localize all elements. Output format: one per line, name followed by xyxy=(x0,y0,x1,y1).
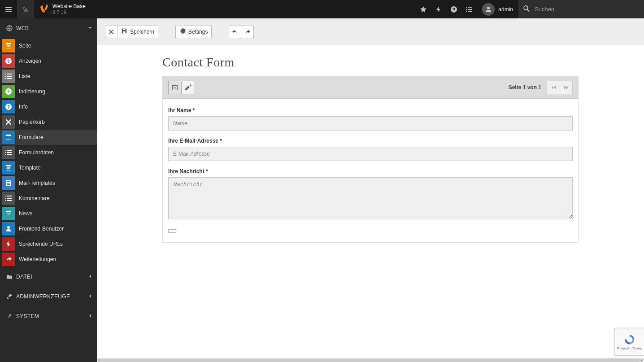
sidebar-item-news[interactable]: News xyxy=(0,206,97,221)
globe-icon xyxy=(6,25,16,31)
page-icon xyxy=(2,39,15,52)
save-label: Speichern xyxy=(130,29,154,35)
gear-icon xyxy=(179,28,186,35)
sidebar-item-label: News xyxy=(15,210,32,217)
name-input[interactable] xyxy=(168,116,573,131)
sidebar-item-label: Liste xyxy=(15,73,30,79)
cache-flush-button[interactable] xyxy=(431,0,446,18)
bookmarks-button[interactable] xyxy=(416,0,431,18)
page-prev-button[interactable] xyxy=(547,81,560,94)
page-title: Contact Form xyxy=(97,45,644,76)
scroll-left-icon xyxy=(97,358,101,362)
close-button[interactable] xyxy=(105,26,117,38)
field-label: Ihre E-Mail-Adresse * xyxy=(168,138,573,144)
field-name: Ihr Name * xyxy=(168,107,573,131)
list-icon xyxy=(2,70,15,83)
sidebar-group-label: SYSTEM xyxy=(16,313,39,319)
sidebar-item-febenutzer[interactable]: Frontend-Benutzer xyxy=(0,221,97,236)
user-menu[interactable]: admin xyxy=(477,3,518,16)
sidebar-item-label: Anzeigen xyxy=(15,58,41,64)
sidebar-item-label: Indizierung xyxy=(15,88,45,95)
main: Speichern Settings Contact Form S xyxy=(97,18,644,362)
list-button[interactable] xyxy=(461,0,477,18)
module-tree-icon[interactable] xyxy=(17,0,34,18)
sidebar-group-label: ADMINWERKZEUGE xyxy=(16,293,70,300)
pill-icon xyxy=(2,237,15,251)
horizontal-scrollbar[interactable] xyxy=(97,358,644,362)
redirect-icon xyxy=(2,253,15,266)
panel-body: Ihr Name *Ihre E-Mail-Adresse *Ihre Nach… xyxy=(163,99,578,242)
recaptcha-badge[interactable]: Privacy - Terms xyxy=(614,328,644,356)
docheader: Speichern Settings xyxy=(97,18,644,45)
sidebar-item-mailtpl[interactable]: Mail-Templates xyxy=(0,175,97,191)
typo3-logo-icon xyxy=(40,4,49,14)
panel-header: Seite 1 von 1 xyxy=(163,76,578,99)
sidebar-item-liste[interactable]: Liste xyxy=(0,69,97,84)
message-input[interactable] xyxy=(168,177,573,219)
tpl-icon xyxy=(2,161,15,174)
sidebar-item-label: Frontend-Benutzer xyxy=(15,226,64,232)
sidebar-group-adminwerkzeuge[interactable]: ADMINWERKZEUGE xyxy=(0,287,97,306)
sidebar-group-system[interactable]: SYSTEM xyxy=(0,306,97,326)
sidebar-item-label: Sprechende URLs xyxy=(15,241,63,247)
save-button[interactable]: Speichern xyxy=(117,26,158,38)
mail-icon xyxy=(2,176,15,190)
sidebar-item-label: Template xyxy=(15,165,41,171)
email-input[interactable] xyxy=(168,147,573,161)
brand[interactable]: Website Base 8.7.19 xyxy=(34,0,92,18)
sidebar-item-formulardaten[interactable]: Formulardaten xyxy=(0,145,97,160)
sidebar-item-seite[interactable]: Seite xyxy=(0,38,97,53)
sidebar-group-label: WEB xyxy=(16,25,29,31)
site-title: Website Base xyxy=(52,4,86,9)
rocket-icon xyxy=(6,293,16,300)
topbar: Website Base 8.7.19 admin xyxy=(0,0,644,18)
sidebar: WEB SeiteAnzeigenListeIndizierungInfoPap… xyxy=(0,18,97,362)
search-box[interactable] xyxy=(518,0,644,18)
username-label: admin xyxy=(498,6,513,13)
sidebar-item-info[interactable]: Info xyxy=(0,99,97,114)
field-message: Ihre Nachricht * xyxy=(168,168,573,221)
undo-button[interactable] xyxy=(229,26,241,38)
eye-icon xyxy=(2,54,15,68)
settings-button[interactable]: Settings xyxy=(175,26,212,38)
sidebar-group-web[interactable]: WEB xyxy=(0,18,97,38)
page-next-button[interactable] xyxy=(560,81,572,94)
sidebar-item-label: Kommentare xyxy=(15,195,50,201)
recaptcha-label: Privacy - Terms xyxy=(617,346,642,350)
sidebar-item-kommentare[interactable]: Kommentare xyxy=(0,191,97,206)
redo-button[interactable] xyxy=(241,26,254,38)
wrench-icon xyxy=(6,313,16,319)
page-indicator: Seite 1 von 1 xyxy=(509,84,541,91)
chevron-left-icon xyxy=(88,313,92,319)
sidebar-item-template[interactable]: Template xyxy=(0,160,97,175)
sidebar-item-anzeigen[interactable]: Anzeigen xyxy=(0,53,97,69)
scroll-track xyxy=(101,358,640,362)
chevron-down-icon xyxy=(88,25,92,31)
sidebar-item-papierkorb[interactable]: Papierkorb xyxy=(0,114,97,130)
edit-mode-button[interactable] xyxy=(181,81,194,94)
submit-stub-button[interactable] xyxy=(168,229,176,233)
help-button[interactable] xyxy=(446,0,461,18)
sidebar-item-indizierung[interactable]: Indizierung xyxy=(0,84,97,99)
content: Contact Form Seite 1 von 1 Ihr Name *Ihr… xyxy=(97,45,644,358)
field-email: Ihre E-Mail-Adresse * xyxy=(168,138,573,161)
sidebar-item-formulare[interactable]: Formulare xyxy=(0,130,97,145)
form-icon xyxy=(2,131,15,144)
form-panel: Seite 1 von 1 Ihr Name *Ihre E-Mail-Adre… xyxy=(162,76,579,243)
sidebar-item-urls[interactable]: Sprechende URLs xyxy=(0,236,97,252)
sidebar-item-weiterleitungen[interactable]: Weiterleitungen xyxy=(0,252,97,267)
sidebar-item-label: Mail-Templates xyxy=(15,180,55,186)
sidebar-group-label: DATEI xyxy=(16,274,32,280)
info-icon xyxy=(2,100,15,113)
search-input[interactable] xyxy=(535,6,638,13)
sidebar-group-datei[interactable]: DATEI xyxy=(0,267,97,287)
preview-mode-button[interactable] xyxy=(169,81,181,94)
scroll-right-icon xyxy=(640,358,644,362)
menu-toggle-button[interactable] xyxy=(0,0,17,18)
version-label: 8.7.19 xyxy=(52,9,86,15)
sidebar-item-label: Formulare xyxy=(15,134,44,140)
trash-icon xyxy=(2,115,15,129)
save-icon xyxy=(121,28,127,35)
comment-icon xyxy=(2,192,15,205)
field-label: Ihr Name * xyxy=(168,107,573,113)
